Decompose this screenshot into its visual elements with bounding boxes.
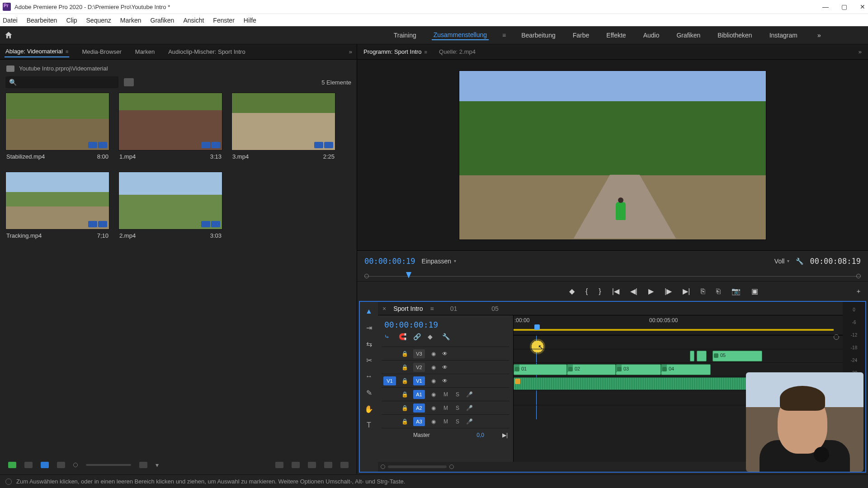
list-view-button[interactable] [24,462,33,468]
workspace-effekte[interactable]: Effekte [604,31,627,40]
tab-audioclip-mischer[interactable]: Audioclip-Mischer: Sport Intro [167,47,246,57]
sync-lock-icon[interactable]: ◉ [429,378,438,384]
sort-button[interactable] [139,462,147,468]
workspace-audio[interactable]: Audio [642,31,661,40]
track-label[interactable]: V2 [413,363,425,372]
clip-item[interactable]: Stabilized.mp48:00 [5,93,109,163]
menu-fenster[interactable]: Fenster [213,17,234,24]
step-back-button[interactable]: ◀| [630,287,637,296]
find-button[interactable] [292,462,300,468]
workspace-instagram[interactable]: Instagram [768,31,799,40]
lock-icon[interactable]: 🔒 [401,418,409,425]
track-header-master[interactable]: Master 0,0 ▶| [382,428,509,441]
source-patch-v1[interactable]: V1 [383,376,396,385]
timeline-clip[interactable]: 04 [661,364,711,375]
clip-thumbnail[interactable] [231,93,335,150]
track-v2[interactable]: 05 [514,349,843,362]
tab-marken[interactable]: Marken [134,47,156,57]
slip-tool[interactable]: ↔ [364,372,373,381]
lock-icon[interactable]: 🔒 [401,351,409,357]
mute-button[interactable]: M [442,418,449,425]
workspace-farbe[interactable]: Farbe [571,31,591,40]
zoom-out-handle[interactable] [381,465,385,469]
panel-overflow-icon[interactable]: » [859,48,862,55]
trash-icon[interactable] [340,462,349,468]
add-marker-button[interactable]: ◆ [569,287,575,296]
track-header-a1[interactable]: 🔒 A1 ◉ M S 🎤 [382,387,509,401]
solo-button[interactable]: S [454,405,461,411]
lift-button[interactable]: ⎘ [701,287,705,296]
icon-view-button[interactable] [41,462,49,468]
clip-item[interactable]: Tracking.mp47;10 [5,172,109,242]
maximize-button[interactable]: ▢ [841,3,847,10]
panel-menu-icon[interactable]: ≡ [430,305,434,312]
scrub-playhead[interactable] [406,272,411,278]
marker-icon[interactable]: ◆ [428,333,436,340]
program-tc-current[interactable]: 00:00:00:19 [364,257,415,266]
linked-selection-icon[interactable]: 🔗 [413,333,421,340]
voiceover-button[interactable]: 🎤 [466,418,473,425]
ripple-tool[interactable]: ⇆ [364,340,373,349]
pencil-icon[interactable] [8,462,16,468]
zoom-scrollbar[interactable] [388,465,447,468]
clip-item[interactable]: 1.mp43:13 [118,93,222,163]
clip-item[interactable]: 3.mp42:25 [231,93,335,163]
mark-out-button[interactable]: } [599,287,601,296]
razor-tool[interactable]: ✂ [364,356,373,365]
voiceover-button[interactable]: 🎤 [466,391,473,398]
track-v3[interactable] [514,335,843,349]
tab-media-browser[interactable]: Media-Browser [81,47,122,57]
menu-sequenz[interactable]: Sequenz [86,17,111,24]
insert-mode-icon[interactable]: ⤷ [384,333,392,340]
sequence-name[interactable]: Sport Intro [393,305,423,312]
wrench-icon[interactable]: 🔧 [796,258,803,265]
track-header-v1[interactable]: V1 🔒 V1 ◉ 👁 [382,374,509,387]
master-db[interactable]: 0,0 [476,432,484,438]
workspace-zusammenstellung[interactable]: Zusammenstellung [432,30,489,40]
zoom-slider-dot[interactable] [73,463,78,467]
mute-button[interactable]: M [442,391,449,398]
menu-hilfe[interactable]: Hilfe [244,17,256,24]
settings-icon[interactable]: 🔧 [442,333,450,340]
new-item-icon[interactable] [324,462,332,468]
playhead-handle[interactable] [534,324,540,330]
timeline-timecode[interactable]: 00:00:00:19 [382,318,509,331]
scrub-end[interactable] [856,274,861,278]
menu-clip[interactable]: Clip [66,17,77,24]
mute-button[interactable]: M [442,405,449,411]
track-header-a3[interactable]: 🔒 A3 ◉ M S 🎤 [382,414,509,428]
track-header-a2[interactable]: 🔒 A2 ◉ M S 🎤 [382,401,509,414]
lock-icon[interactable]: 🔒 [401,378,409,384]
program-scrub-bar[interactable] [364,271,861,281]
scrub-start[interactable] [364,274,369,278]
go-to-in-button[interactable]: |◀ [612,287,619,296]
clip-thumbnail[interactable] [5,172,109,230]
timeline-clip[interactable] [690,351,694,361]
menu-bearbeiten[interactable]: Bearbeiten [27,17,57,24]
track-select-tool[interactable]: ⇥ [364,324,373,333]
close-sequence-icon[interactable]: × [382,305,386,312]
step-fwd-button[interactable]: |▶ [665,287,672,296]
sync-lock-icon[interactable]: ◉ [429,364,438,371]
tab-programm[interactable]: Programm: Sport Intro≡ [363,48,427,55]
bin-folder-icon[interactable] [6,66,14,72]
timeline-clip[interactable]: 02 [567,364,616,375]
lock-icon[interactable]: 🔒 [401,364,409,371]
panel-menu-icon[interactable]: ≡ [425,49,427,55]
new-bin-button[interactable] [124,78,134,86]
thumbnail-zoom-slider[interactable] [86,464,131,466]
close-button[interactable]: ✕ [860,3,865,10]
clip-item[interactable]: 2.mp43:03 [118,172,222,242]
pen-tool[interactable]: ✎ [364,389,373,398]
freeform-view-button[interactable] [57,462,65,468]
selection-tool[interactable]: ▲ [364,307,373,316]
timeline-clip[interactable]: 01 [514,364,567,375]
track-label[interactable]: A2 [413,404,425,413]
hand-tool[interactable]: ✋ [364,405,373,414]
clip-thumbnail[interactable] [118,172,222,230]
export-frame-button[interactable]: 📷 [731,287,741,296]
type-tool[interactable]: T [364,421,373,430]
track-label[interactable]: A1 [413,390,425,399]
workspace-grafiken[interactable]: Grafiken [675,31,702,40]
search-input[interactable] [5,76,118,88]
